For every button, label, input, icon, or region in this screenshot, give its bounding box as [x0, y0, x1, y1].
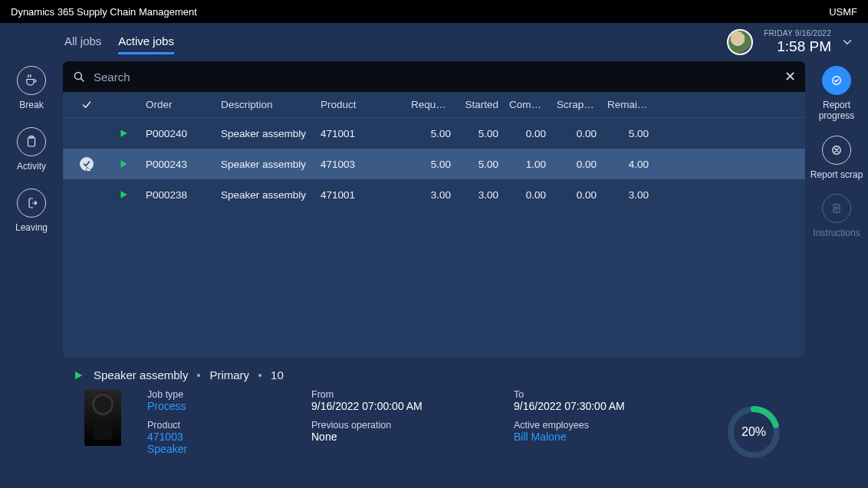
- break-label: Break: [19, 100, 43, 110]
- svg-point-5: [74, 72, 81, 79]
- table-row[interactable]: P000243Speaker assembly4710035.005.001.0…: [63, 149, 805, 179]
- cell-description: Speaker assembly: [218, 189, 317, 201]
- cell-scrapped: 0.00: [554, 189, 604, 201]
- instructions-label: Instructions: [813, 228, 860, 238]
- play-button[interactable]: [104, 128, 143, 139]
- clipboard-icon: [17, 127, 46, 156]
- play-icon[interactable]: [72, 369, 84, 382]
- cell-remaining: 3.00: [604, 189, 656, 201]
- scrap-icon: [822, 136, 851, 165]
- product-label: Product: [147, 420, 285, 431]
- from-label: From: [311, 389, 488, 400]
- cell-product: 471003: [317, 159, 408, 170]
- detail-body: Job type Process Product 471003 Speaker …: [63, 389, 805, 455]
- check-icon: [81, 99, 93, 111]
- col-product[interactable]: Product: [317, 99, 408, 110]
- cell-started: 3.00: [459, 189, 506, 201]
- cell-requested: 5.00: [408, 159, 459, 170]
- cell-description: Speaker assembly: [218, 128, 317, 139]
- detail-header: Speaker assembly Primary 10: [63, 365, 805, 389]
- clear-search-icon[interactable]: ✕: [784, 68, 796, 85]
- to-value: 9/16/2022 07:30:00 AM: [514, 400, 667, 412]
- from-value: 9/16/2022 07:00:00 AM: [311, 400, 488, 412]
- product-thumbnail: [84, 389, 121, 446]
- job-type-value[interactable]: Process: [147, 400, 285, 412]
- col-description[interactable]: Description: [218, 99, 317, 110]
- leaving-button[interactable]: Leaving: [15, 188, 48, 233]
- cell-completed: 0.00: [506, 128, 554, 139]
- activity-label: Activity: [17, 161, 46, 172]
- report-progress-label: Report progress: [805, 100, 868, 122]
- chevron-down-icon[interactable]: [840, 35, 854, 49]
- cell-order: P000243: [143, 159, 218, 170]
- report-progress-button[interactable]: Report progress: [805, 66, 868, 122]
- jobs-grid: Order Description Product Reques... Star…: [63, 92, 805, 358]
- table-row[interactable]: P000240Speaker assembly4710015.005.000.0…: [63, 118, 805, 149]
- to-label: To: [514, 389, 667, 400]
- right-rail: Report progress Report scrap Instruction…: [805, 61, 868, 239]
- report-scrap-label: Report scrap: [810, 169, 863, 180]
- col-requested[interactable]: Reques...: [408, 99, 459, 110]
- tab-active-jobs[interactable]: Active jobs: [118, 30, 174, 54]
- cell-remaining: 4.00: [604, 159, 656, 170]
- col-order[interactable]: Order: [143, 99, 218, 110]
- detail-tag: Primary: [209, 368, 249, 382]
- clock-date: FRIDAY 9/16/2022: [764, 29, 831, 38]
- search-bar: ✕: [63, 61, 805, 92]
- cell-order: P000240: [143, 128, 218, 139]
- row-check-icon[interactable]: [80, 157, 94, 171]
- cell-description: Speaker assembly: [218, 159, 317, 170]
- app-title: Dynamics 365 Supply Chain Management: [11, 6, 197, 18]
- cell-started: 5.00: [459, 128, 506, 139]
- cell-requested: 3.00: [408, 189, 459, 201]
- col-completed[interactable]: Comple...: [506, 99, 554, 110]
- col-scrapped[interactable]: Scrapped: [554, 99, 604, 110]
- emp-value[interactable]: Bill Malone: [514, 431, 667, 443]
- product-name-value[interactable]: Speaker: [147, 443, 285, 455]
- emp-label: Active employees: [514, 420, 667, 431]
- exit-icon: [17, 188, 46, 218]
- progress-icon: [822, 66, 851, 95]
- progress-ring: 20%: [725, 404, 782, 460]
- grid-header: Order Description Product Reques... Star…: [63, 92, 805, 118]
- clock-time: 1:58 PM: [764, 38, 831, 56]
- search-input[interactable]: [94, 70, 777, 84]
- leaving-label: Leaving: [15, 222, 48, 233]
- product-id-value[interactable]: 471003: [147, 431, 285, 443]
- cell-order: P000238: [143, 189, 218, 201]
- top-row: All jobs Active jobs FRIDAY 9/16/2022 1:…: [0, 23, 868, 61]
- col-started[interactable]: Started: [459, 99, 506, 110]
- cell-completed: 1.00: [506, 159, 554, 170]
- prev-op-value: None: [311, 431, 488, 443]
- cell-started: 5.00: [459, 159, 506, 170]
- break-button[interactable]: Break: [17, 66, 46, 110]
- detail-name: Speaker assembly: [94, 368, 188, 382]
- cell-product: 471001: [317, 189, 408, 201]
- cell-requested: 5.00: [408, 128, 459, 139]
- cell-scrapped: 0.00: [554, 128, 604, 139]
- table-row[interactable]: P000238Speaker assembly4710013.003.000.0…: [63, 179, 805, 210]
- avatar[interactable]: [727, 29, 753, 55]
- coffee-icon: [17, 66, 46, 95]
- detail-panel: Speaker assembly Primary 10 Job type Pro…: [63, 365, 805, 480]
- job-type-label: Job type: [147, 389, 285, 400]
- play-button[interactable]: [104, 159, 143, 169]
- select-all-header[interactable]: [69, 99, 104, 111]
- tab-all-jobs[interactable]: All jobs: [64, 30, 101, 54]
- instructions-button[interactable]: Instructions: [813, 194, 860, 238]
- play-button[interactable]: [104, 189, 143, 200]
- report-scrap-button[interactable]: Report scrap: [810, 136, 863, 180]
- job-tabs: All jobs Active jobs: [64, 30, 174, 54]
- cell-product: 471001: [317, 128, 408, 139]
- document-icon: [822, 194, 851, 223]
- company-code: USMF: [829, 6, 857, 18]
- progress-percent: 20%: [725, 404, 782, 460]
- cell-scrapped: 0.00: [554, 159, 604, 170]
- col-remaining[interactable]: Remain...: [604, 99, 656, 110]
- cell-remaining: 5.00: [604, 128, 656, 139]
- cell-completed: 0.00: [506, 189, 554, 201]
- prev-op-label: Previous operation: [311, 420, 488, 431]
- main-panel: ✕ Order Description Product Reques... St…: [63, 61, 805, 358]
- search-icon: [72, 70, 86, 84]
- activity-button[interactable]: Activity: [17, 127, 46, 172]
